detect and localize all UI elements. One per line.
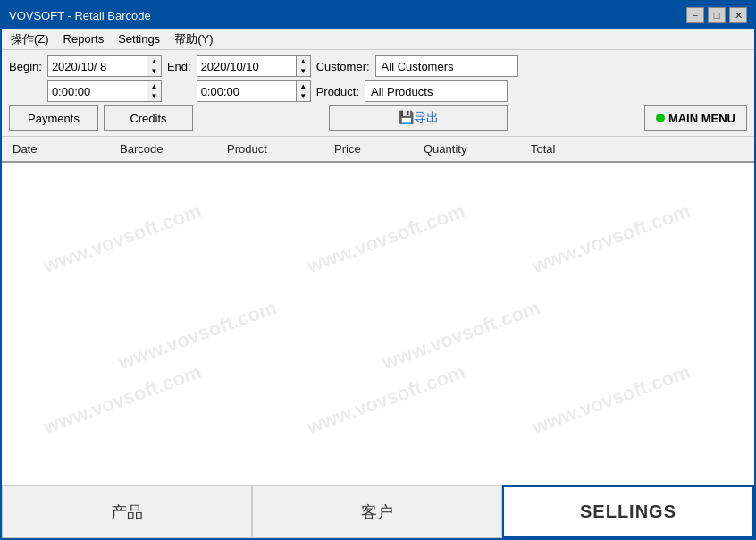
- watermark-4: www.vovsoft.com: [115, 296, 280, 375]
- watermark-3: www.vovsoft.com: [530, 199, 694, 278]
- watermark-8: www.vovsoft.com: [530, 360, 694, 439]
- toolbar-row-2: Begin: ▲ ▼ End: ▲ ▼ Product:: [9, 80, 747, 102]
- end-time-input[interactable]: [197, 81, 296, 101]
- end-time-spin: ▲ ▼: [296, 81, 310, 101]
- watermark-1: www.vovsoft.com: [40, 199, 205, 278]
- end-date-wrapper: ▲ ▼: [197, 55, 311, 77]
- begin-label: Begin:: [9, 60, 42, 73]
- toolbar-buttons-row: Payments Credits 💾导出 MAIN MENU: [9, 105, 747, 131]
- customer-input[interactable]: [375, 55, 518, 77]
- export-button[interactable]: 💾导出: [329, 105, 508, 131]
- menubar: 操作(Z) Reports Settings 帮助(Y): [2, 29, 754, 50]
- col-total: Total: [527, 140, 617, 157]
- begin-date-up[interactable]: ▲: [147, 56, 161, 66]
- col-product: Product: [223, 140, 331, 157]
- minimize-button[interactable]: −: [686, 7, 704, 23]
- watermark-5: www.vovsoft.com: [379, 296, 543, 375]
- menu-item-help[interactable]: 帮助(Y): [169, 30, 218, 49]
- begin-time-up[interactable]: ▲: [147, 81, 161, 91]
- watermark-area: www.vovsoft.com www.vovsoft.com www.vovs…: [2, 163, 754, 485]
- tab-sellings[interactable]: SELLINGS: [502, 485, 754, 538]
- col-barcode: Barcode: [116, 140, 223, 157]
- bottom-tabs: 产品 客户 SELLINGS: [2, 485, 754, 538]
- end-time-wrapper: ▲ ▼: [197, 80, 311, 102]
- restore-button[interactable]: □: [708, 7, 726, 23]
- menu-item-cz[interactable]: 操作(Z): [5, 30, 55, 49]
- close-button[interactable]: ✕: [729, 7, 747, 23]
- end-time-down[interactable]: ▼: [297, 91, 310, 101]
- begin-date-input[interactable]: [48, 56, 147, 76]
- table-header: Date Barcode Product Price Quantity Tota…: [2, 136, 754, 163]
- end-date-input[interactable]: [197, 56, 296, 76]
- window-title: VOVSOFT - Retail Barcode: [9, 9, 151, 22]
- menu-item-settings[interactable]: Settings: [113, 30, 165, 47]
- col-quantity: Quantity: [420, 140, 527, 157]
- begin-time-down[interactable]: ▼: [147, 91, 161, 101]
- tab-customers[interactable]: 客户: [252, 485, 502, 538]
- col-date: Date: [9, 140, 116, 157]
- begin-date-wrapper: ▲ ▼: [47, 55, 162, 77]
- main-menu-label: MAIN MENU: [668, 112, 735, 125]
- end-label: End:: [167, 60, 191, 73]
- credits-button[interactable]: Credits: [104, 105, 193, 131]
- begin-date-spin: ▲ ▼: [147, 56, 161, 76]
- product-input[interactable]: [365, 80, 508, 102]
- main-menu-button[interactable]: MAIN MENU: [644, 105, 747, 131]
- watermark-7: www.vovsoft.com: [304, 360, 468, 439]
- customer-label: Customer:: [316, 60, 370, 73]
- table-body: www.vovsoft.com www.vovsoft.com www.vovs…: [2, 163, 754, 485]
- titlebar-controls: − □ ✕: [686, 7, 747, 23]
- product-label: Product:: [316, 85, 359, 98]
- end-date-up[interactable]: ▲: [297, 56, 310, 66]
- begin-time-wrapper: ▲ ▼: [47, 80, 162, 102]
- end-time-up[interactable]: ▲: [297, 81, 310, 91]
- end-date-down[interactable]: ▼: [297, 66, 310, 76]
- green-dot-icon: [656, 114, 665, 122]
- toolbar-row-1: Begin: ▲ ▼ End: ▲ ▼ Customer:: [9, 55, 747, 77]
- watermark-2: www.vovsoft.com: [304, 199, 468, 278]
- toolbar: Begin: ▲ ▼ End: ▲ ▼ Customer: Begin: [2, 50, 754, 136]
- main-window: VOVSOFT - Retail Barcode − □ ✕ 操作(Z) Rep…: [0, 0, 756, 540]
- menu-item-reports[interactable]: Reports: [58, 30, 110, 47]
- end-date-spin: ▲ ▼: [296, 56, 310, 76]
- begin-date-down[interactable]: ▼: [147, 66, 161, 76]
- payments-button[interactable]: Payments: [9, 105, 98, 131]
- titlebar: VOVSOFT - Retail Barcode − □ ✕: [2, 2, 754, 29]
- begin-time-spin: ▲ ▼: [147, 81, 161, 101]
- col-price: Price: [331, 140, 420, 157]
- watermark-6: www.vovsoft.com: [40, 360, 205, 439]
- begin-time-input[interactable]: [48, 81, 147, 101]
- tab-products[interactable]: 产品: [2, 485, 252, 538]
